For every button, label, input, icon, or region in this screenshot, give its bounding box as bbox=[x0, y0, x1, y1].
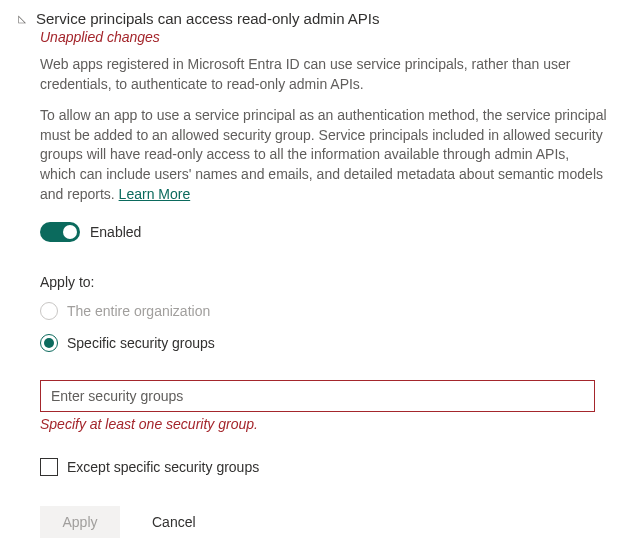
enabled-toggle-row: Enabled bbox=[40, 222, 607, 242]
setting-header: ◿ Service principals can access read-onl… bbox=[18, 10, 607, 27]
validation-error-message: Specify at least one security group. bbox=[40, 416, 607, 432]
cancel-button[interactable]: Cancel bbox=[152, 514, 196, 530]
radio-entire-organization-row: The entire organization bbox=[40, 302, 607, 320]
toggle-knob-icon bbox=[63, 225, 77, 239]
setting-title: Service principals can access read-only … bbox=[36, 10, 380, 27]
apply-button[interactable]: Apply bbox=[40, 506, 120, 538]
radio-entire-organization bbox=[40, 302, 58, 320]
except-checkbox-label: Except specific security groups bbox=[67, 459, 259, 475]
description-paragraph-1: Web apps registered in Microsoft Entra I… bbox=[40, 55, 607, 94]
enabled-toggle[interactable] bbox=[40, 222, 80, 242]
radio-specific-groups-label: Specific security groups bbox=[67, 335, 215, 351]
except-checkbox-row: Except specific security groups bbox=[40, 458, 607, 476]
unapplied-changes-label: Unapplied changes bbox=[40, 29, 607, 45]
learn-more-link[interactable]: Learn More bbox=[119, 186, 191, 202]
except-checkbox[interactable] bbox=[40, 458, 58, 476]
toggle-label: Enabled bbox=[90, 224, 141, 240]
action-buttons: Apply Cancel bbox=[40, 506, 607, 538]
radio-entire-organization-label: The entire organization bbox=[67, 303, 210, 319]
apply-to-label: Apply to: bbox=[40, 274, 607, 290]
radio-specific-groups[interactable] bbox=[40, 334, 58, 352]
radio-specific-groups-row: Specific security groups bbox=[40, 334, 607, 352]
security-groups-input[interactable] bbox=[40, 380, 595, 412]
expand-collapse-icon[interactable]: ◿ bbox=[18, 13, 26, 24]
description-paragraph-2: To allow an app to use a service princip… bbox=[40, 106, 607, 204]
